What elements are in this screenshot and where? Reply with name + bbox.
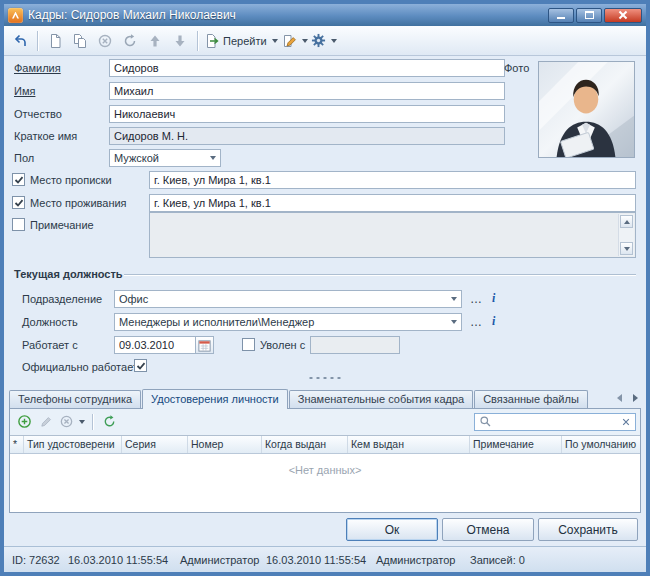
position-label: Должность [22, 316, 78, 328]
shortname-label: Краткое имя [14, 130, 77, 142]
column-header-default[interactable]: По умолчанию [562, 436, 640, 453]
chevron-down-icon [447, 292, 460, 306]
grid-search-box[interactable] [474, 413, 636, 431]
save-button[interactable]: Сохранить [538, 518, 638, 541]
toolbar-separator [92, 414, 93, 430]
move-down-button[interactable] [168, 29, 192, 53]
gender-select[interactable]: Мужской [109, 149, 221, 167]
column-header-number[interactable]: Номер [188, 436, 262, 453]
employee-photo-image [539, 62, 634, 157]
officially-works-checkbox[interactable] [134, 359, 147, 372]
tab-related-files[interactable]: Связанные файлы [474, 390, 588, 408]
settings-button[interactable] [310, 29, 338, 53]
undo-button[interactable] [8, 29, 32, 53]
chevron-down-icon [447, 315, 460, 329]
gender-value: Мужской [114, 152, 159, 164]
status-created-by: Администратор [180, 554, 259, 566]
maximize-button[interactable] [576, 8, 602, 23]
column-header-issue-date[interactable]: Когда выдан [262, 436, 348, 453]
status-modified-by: Администратор [376, 554, 455, 566]
tab-scroll-right-button[interactable] [629, 392, 641, 404]
note-textarea[interactable] [149, 212, 636, 258]
employee-form: Фамилия Имя Отчество Краткое имя Пол Муж… [4, 56, 646, 388]
goto-button[interactable]: Перейти [203, 29, 279, 53]
registration-label: Место прописки [30, 174, 112, 186]
employee-photo [538, 61, 635, 158]
note-checkbox[interactable] [12, 218, 25, 231]
ok-button[interactable]: Ок [346, 518, 438, 541]
delete-record-button[interactable] [93, 29, 117, 53]
dismissed-since-checkbox[interactable] [242, 338, 255, 351]
arrow-left-icon [617, 394, 622, 402]
new-document-icon [47, 33, 63, 49]
column-header-series[interactable]: Серия [122, 436, 188, 453]
works-since-calendar-button[interactable] [195, 336, 214, 354]
status-records-count: Записей: 0 [470, 554, 525, 566]
splitter-handle[interactable] [307, 376, 343, 380]
column-header-marker[interactable]: * [10, 436, 24, 453]
tab-notable-events[interactable]: Знаменательные события кадра [289, 390, 473, 408]
app-icon [8, 8, 23, 23]
surname-input[interactable] [109, 59, 505, 77]
residence-address-input[interactable] [149, 194, 636, 212]
minimize-button[interactable] [548, 8, 574, 23]
move-up-button[interactable] [143, 29, 167, 53]
refresh-icon [102, 414, 117, 429]
section-divider [124, 274, 636, 275]
pencil-icon [39, 414, 54, 429]
identity-documents-panel: * Тип удостоверени Серия Номер Когда выд… [9, 408, 641, 513]
delete-icon [59, 414, 74, 429]
photo-label: Фото [504, 62, 529, 74]
chevron-down-icon [302, 39, 308, 43]
identity-documents-grid: * Тип удостоверени Серия Номер Когда выд… [10, 435, 640, 512]
edit-icon [281, 33, 297, 49]
column-header-issued-by[interactable]: Кем выдан [348, 436, 470, 453]
grid-header: * Тип удостоверени Серия Номер Когда выд… [10, 436, 640, 454]
firstname-input[interactable] [109, 82, 505, 100]
add-record-button[interactable] [14, 412, 34, 432]
department-value: Офис [119, 293, 148, 305]
close-button[interactable] [604, 8, 642, 23]
residence-checkbox[interactable] [12, 196, 25, 209]
refresh-grid-button[interactable] [99, 412, 119, 432]
position-select[interactable]: Менеджеры и исполнители\Менеджер [114, 313, 462, 331]
works-since-input[interactable] [114, 336, 196, 354]
refresh-button[interactable] [118, 29, 142, 53]
patronymic-label: Отчество [14, 108, 62, 120]
works-since-label: Работает с [22, 339, 78, 351]
gender-label: Пол [14, 152, 34, 164]
cancel-button[interactable]: Отмена [442, 518, 534, 541]
status-created-at: 16.03.2010 11:55:54 [68, 554, 168, 566]
officially-works-label: Официально работает [22, 361, 138, 373]
copy-record-button[interactable] [68, 29, 92, 53]
search-input[interactable] [495, 416, 618, 428]
arrow-down-icon [172, 33, 188, 49]
delete-grid-record-button[interactable] [58, 412, 86, 432]
clear-search-icon[interactable] [621, 417, 631, 427]
position-value: Менеджеры и исполнители\Менеджер [119, 316, 314, 328]
department-label: Подразделение [22, 293, 102, 305]
tab-employee-phones[interactable]: Телефоны сотрудника [9, 390, 141, 408]
column-header-id-type[interactable]: Тип удостоверени [24, 436, 122, 453]
edit-actions-button[interactable] [280, 29, 309, 53]
note-scrollbar[interactable] [618, 214, 634, 256]
dismissed-since-input[interactable] [310, 336, 400, 354]
registration-address-input[interactable] [149, 171, 636, 189]
registration-checkbox[interactable] [12, 173, 25, 186]
column-header-note[interactable]: Примечание [470, 436, 562, 453]
scroll-up-icon[interactable] [620, 215, 633, 228]
tab-identity-documents[interactable]: Удостоверения личности [142, 389, 288, 409]
position-info-button[interactable]: i [492, 314, 495, 328]
department-info-button[interactable]: i [492, 291, 495, 305]
patronymic-input[interactable] [109, 105, 505, 123]
new-record-button[interactable] [43, 29, 67, 53]
scroll-down-icon[interactable] [620, 242, 633, 255]
shortname-input[interactable] [109, 127, 505, 145]
title-bar[interactable]: Кадры: Сидоров Михаил Николаевич [4, 4, 646, 26]
edit-record-button[interactable] [36, 412, 56, 432]
minimize-icon [557, 17, 565, 19]
tab-scroll-left-button[interactable] [613, 392, 625, 404]
position-ellipsis-button[interactable]: … [470, 315, 482, 329]
department-select[interactable]: Офис [114, 290, 462, 308]
department-ellipsis-button[interactable]: … [470, 292, 482, 306]
